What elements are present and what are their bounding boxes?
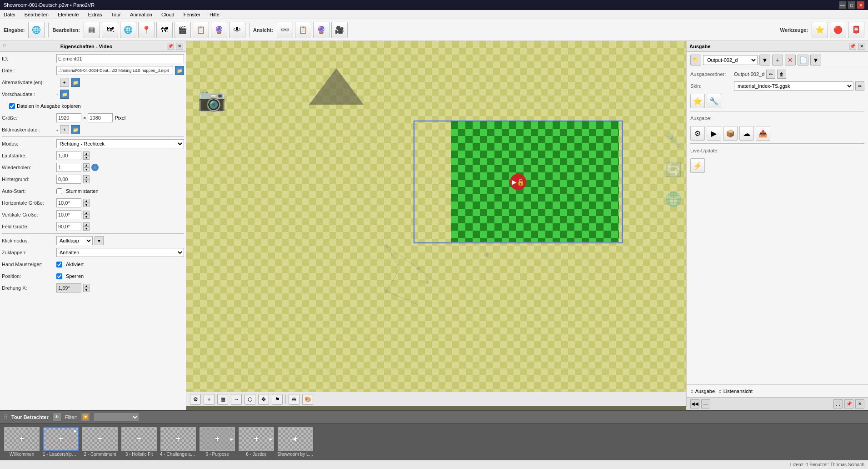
datei-input[interactable] <box>56 66 173 75</box>
ausgabeordner-edit-btn[interactable]: ✏ <box>766 70 775 79</box>
werkzeuge-btn-1[interactable]: ⭐ <box>812 22 828 38</box>
klickmodus-select[interactable]: Aufklapp <box>56 236 93 245</box>
menu-extras[interactable]: Extras <box>86 11 104 18</box>
skin-select[interactable]: material_index-TS.ggsk <box>734 81 853 91</box>
alt-add-btn[interactable]: + <box>60 78 69 87</box>
datei-browse-btn[interactable]: 📁 <box>175 66 184 75</box>
bearbeiten-btn-9[interactable]: 👁 <box>229 22 245 38</box>
menu-tour[interactable]: Tour <box>110 11 123 18</box>
canvas-tool-filter[interactable]: ⬡ <box>244 394 255 405</box>
video-element-container[interactable]: ▶🔒 <box>414 121 623 243</box>
drehung-input[interactable] <box>56 283 81 292</box>
zuklappen-select[interactable]: Anhalten <box>56 248 184 257</box>
skin-star-btn[interactable]: ⭐ <box>690 94 705 108</box>
rp-btn-1[interactable]: ◀◀ <box>690 399 699 408</box>
ausgabe-pin-btn[interactable]: 📌 <box>849 43 856 50</box>
groesse-w-input[interactable] <box>56 113 81 122</box>
canvas-tool-settings[interactable]: ⚙ <box>190 394 201 405</box>
autostart-checkbox[interactable] <box>56 188 62 194</box>
scene-item-challenge[interactable]: + 4 - Challenge and ... <box>160 427 196 457</box>
ausgabe-more-btn[interactable]: ▼ <box>810 55 821 66</box>
bearbeiten-btn-6[interactable]: 🎬 <box>175 22 191 38</box>
ausgabe-export-btn[interactable]: 📄 <box>798 55 808 66</box>
ansicht-btn-3[interactable]: 🔮 <box>313 22 329 38</box>
modus-select[interactable]: Richtung - Rechteck <box>56 139 184 148</box>
bearbeiten-btn-5[interactable]: 🗺 <box>156 22 173 38</box>
ansicht-btn-1[interactable]: 👓 <box>277 22 293 38</box>
canvas-tool-grid[interactable]: ▦ <box>217 394 228 405</box>
scene-item-purpose[interactable]: + ▶ 5 - Purpose <box>199 427 235 457</box>
groesse-h-input[interactable] <box>88 113 113 122</box>
menu-cloud[interactable]: Cloud <box>160 11 176 18</box>
vorschau-browse-btn[interactable]: 📁 <box>60 90 69 99</box>
ausgabe-package-btn[interactable]: 📦 <box>723 126 738 141</box>
panel-close-btn[interactable]: ✕ <box>176 43 183 50</box>
vertikal-up[interactable]: ▲ <box>83 211 90 215</box>
ansicht-btn-2[interactable]: 📋 <box>295 22 311 38</box>
skin-wrench-btn[interactable]: 🔧 <box>707 94 721 108</box>
menu-elemente[interactable]: Elemente <box>56 11 80 18</box>
wiederholen-up[interactable]: ▲ <box>83 163 90 167</box>
hintergrund-input[interactable] <box>56 175 81 184</box>
werkzeuge-btn-2[interactable]: 🔴 <box>830 22 846 38</box>
feld-input[interactable] <box>56 222 81 231</box>
drehung-up[interactable]: ▲ <box>83 284 90 288</box>
hintergrund-up[interactable]: ▲ <box>83 175 90 179</box>
scene-item-willkommen[interactable]: + Willkommen <box>4 427 40 457</box>
close-button[interactable]: ✕ <box>857 1 864 9</box>
filter-select[interactable] <box>94 413 139 422</box>
ausgabe-add-btn[interactable]: + <box>772 55 783 66</box>
ausgabe-folder-select[interactable]: Output-002_d <box>703 55 758 65</box>
lautstaerke-down[interactable]: ▼ <box>83 156 90 160</box>
werkzeuge-btn-3[interactable]: 📮 <box>848 22 864 38</box>
ausgabe-export2-btn[interactable]: 📤 <box>756 126 770 141</box>
live-update-btn[interactable]: ⚡ <box>690 158 705 173</box>
panel-pin-btn[interactable]: 📌 <box>167 43 174 50</box>
minimize-button[interactable]: — <box>839 1 846 9</box>
ausgabe-play-btn[interactable]: ▶ <box>707 126 721 141</box>
canvas-tool-crosshair[interactable]: ⊕ <box>289 394 299 405</box>
feld-down[interactable]: ▼ <box>83 227 90 231</box>
scene-item-justice[interactable]: + ▶ 6 - Justice <box>238 427 274 457</box>
bearbeiten-btn-8[interactable]: 🔮 <box>211 22 227 38</box>
bearbeiten-btn-3[interactable]: 🌐 <box>120 22 136 38</box>
scene-item-leadership[interactable]: + ▶ 1 - Leadership&O... <box>43 427 79 457</box>
maximize-button[interactable]: □ <box>848 1 855 9</box>
canvas-tool-arrow[interactable]: → <box>231 394 242 405</box>
hintergrund-down[interactable]: ▼ <box>83 179 90 183</box>
eingabe-btn-1[interactable]: 🌐 <box>28 22 45 38</box>
bildmaske-browse-btn[interactable]: 📁 <box>71 125 80 134</box>
wiederholen-info-btn[interactable]: i <box>91 164 99 171</box>
ansicht-btn-4[interactable]: 🎥 <box>331 22 348 38</box>
position-checkbox[interactable] <box>56 273 62 279</box>
bearbeiten-btn-2[interactable]: 🗺 <box>102 22 118 38</box>
scene-item-holistic[interactable]: + 3 - Holistic Fit <box>121 427 157 457</box>
alt-browse-btn[interactable]: 📁 <box>71 78 80 87</box>
skin-edit-btn[interactable]: ✏ <box>855 81 864 91</box>
rp-close-btn[interactable]: ✕ <box>855 399 864 408</box>
lautstaerke-input[interactable] <box>56 151 81 160</box>
ausgabe-bottom-listenansicht[interactable]: ○ Listenansicht <box>718 388 753 394</box>
menu-hilfe[interactable]: Hilfe <box>208 11 221 18</box>
menu-bearbeiten[interactable]: Bearbeiten <box>23 11 50 18</box>
wiederholen-down[interactable]: ▼ <box>83 167 90 171</box>
ausgabe-dropdown-btn[interactable]: ▼ <box>759 55 770 66</box>
menu-datei[interactable]: Datei <box>2 11 17 18</box>
canvas-view[interactable]: UP 📷 <box>186 41 686 392</box>
ausgabe-close-btn[interactable]: ✕ <box>858 43 865 50</box>
bearbeiten-btn-1[interactable]: ▦ <box>84 22 100 38</box>
vertikal-down[interactable]: ▼ <box>83 215 90 219</box>
horizontal-input[interactable] <box>56 198 81 207</box>
tour-icon-btn[interactable]: 👁 <box>52 413 61 422</box>
canvas-tool-color[interactable]: 🎨 <box>302 394 313 405</box>
vertikal-input[interactable] <box>56 210 81 219</box>
drehung-down[interactable]: ▼ <box>83 288 90 292</box>
bildmaske-add-btn[interactable]: + <box>60 125 69 134</box>
filter-icon-btn[interactable]: 🔽 <box>81 413 90 422</box>
menu-fenster[interactable]: Fenster <box>182 11 202 18</box>
ausgabe-bottom-ausgabe[interactable]: ○ Ausgabe <box>690 388 715 394</box>
scene-item-showroom[interactable]: + —▶ Showroom by L&S <box>277 427 314 457</box>
dateien-checkbox[interactable] <box>9 103 15 109</box>
ausgabe-upload-btn[interactable]: ☁ <box>739 126 754 141</box>
hand-checkbox[interactable] <box>56 262 62 267</box>
